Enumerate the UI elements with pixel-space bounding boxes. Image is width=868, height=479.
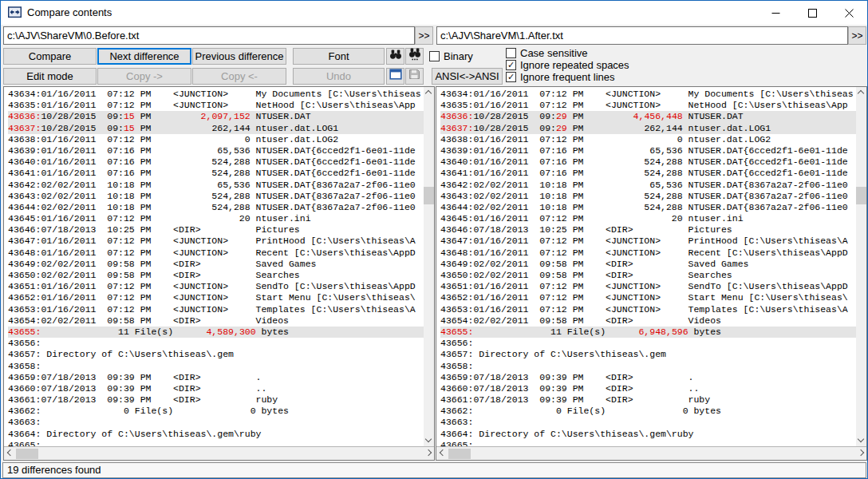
find-icon — [389, 49, 402, 64]
ignore-repeated-spaces-checkbox-label: Ignore repeated spaces — [520, 59, 629, 71]
file-line: 43658: — [440, 361, 856, 372]
ignore-frequent-lines-checkbox-label: Ignore frequent lines — [520, 71, 615, 83]
previous-difference-button[interactable]: Previous difference — [192, 48, 286, 65]
file-line: 43634:01/16/2011 07:12 PM <JUNCTION> My … — [440, 89, 856, 100]
file-line: 43641:01/16/2011 07:16 PM 524,288 NTUSER… — [8, 168, 424, 179]
left-hscroll-thumb[interactable] — [16, 449, 38, 459]
file-line: 43652:01/16/2011 07:12 PM <JUNCTION> Sta… — [440, 292, 856, 303]
edit-mode-button[interactable]: Edit mode — [3, 68, 97, 85]
file-line: 43643:02/02/2011 10:18 PM 524,288 NTUSER… — [8, 191, 424, 202]
split-view-button[interactable] — [386, 68, 404, 85]
file-line: 43651:01/16/2011 07:12 PM <JUNCTION> Sen… — [440, 281, 856, 292]
case-sensitive-checkbox-label: Case sensitive — [520, 47, 588, 59]
file-line: 43657: Directory of C:\Users\thiseas\.ge… — [8, 349, 424, 360]
right-hscroll-thumb[interactable] — [448, 449, 471, 459]
scroll-left-icon[interactable] — [440, 449, 446, 456]
font-button[interactable]: Font — [293, 48, 385, 65]
file-line: 43656: — [440, 338, 856, 349]
compare-contents-window: Compare contents c:\AJV\ShareVM\0.Before… — [0, 0, 868, 479]
file-line: 43654:02/02/2011 09:58 PM <DIR> Videos — [8, 315, 424, 327]
file-line: 43638:01/16/2011 07:12 PM 0 ntuser.dat.L… — [8, 134, 424, 145]
ansi-conversion-button[interactable]: ANSI<->ANSI — [432, 68, 503, 85]
file-line: 43637:10/28/2015 09:29 PM 262,144 ntuser… — [440, 123, 856, 134]
file-line: 43638:01/16/2011 07:12 PM 0 ntuser.dat.L… — [440, 134, 856, 145]
left-horizontal-scrollbar[interactable] — [4, 446, 434, 460]
right-horizontal-scrollbar[interactable] — [436, 446, 866, 460]
compare-button[interactable]: Compare — [3, 48, 97, 65]
find-next-button[interactable] — [405, 48, 424, 65]
minimize-button[interactable] — [757, 1, 794, 25]
file-line: 43657: Directory of C:\Users\thiseas\.ge… — [440, 349, 856, 360]
file-line: 43640:01/16/2011 07:16 PM 524,288 NTUSER… — [8, 156, 424, 168]
file-line: 43649:02/02/2011 09:58 PM <DIR> Saved Ga… — [440, 259, 856, 270]
scroll-down-icon[interactable] — [858, 436, 864, 442]
file-line: 43658: — [8, 361, 424, 372]
right-compare-pane[interactable]: 43634:01/16/2011 07:12 PM <JUNCTION> My … — [436, 86, 867, 461]
file-line: 43636:10/28/2015 09:15 PM 2,097,152 NTUS… — [8, 111, 424, 122]
scroll-right-icon[interactable] — [425, 449, 432, 456]
left-vscroll-thumb[interactable] — [424, 187, 434, 204]
file-line: 43642:02/02/2011 10:18 PM 65,536 NTUSER.… — [440, 180, 856, 191]
scroll-down-icon[interactable] — [425, 436, 432, 442]
binary-checkbox[interactable]: Binary — [429, 50, 473, 62]
right-vscroll-thumb[interactable] — [856, 187, 866, 204]
left-file-content: 43634:01/16/2011 07:12 PM <JUNCTION> My … — [4, 87, 424, 446]
file-line: 43652:01/16/2011 07:12 PM <JUNCTION> Sta… — [8, 292, 424, 303]
right-path-expand-button[interactable]: >> — [848, 26, 866, 45]
find-button[interactable] — [386, 48, 404, 65]
case-sensitive-checkbox-box[interactable] — [506, 48, 516, 58]
right-vertical-scrollbar[interactable] — [856, 87, 866, 446]
scroll-up-icon[interactable] — [425, 90, 432, 97]
binary-checkbox-box[interactable] — [429, 51, 440, 61]
save-button[interactable] — [405, 68, 424, 85]
left-path-expand-button[interactable]: >> — [415, 26, 433, 45]
right-path-input[interactable]: c:\AJV\ShareVM\1.After.txt — [436, 26, 848, 45]
file-line: 43660:07/18/2013 09:39 PM <DIR> .. — [8, 383, 424, 394]
file-line: 43663: — [440, 417, 856, 428]
split-view-icon — [389, 69, 402, 84]
case-sensitive-checkbox[interactable]: Case sensitive — [506, 47, 588, 59]
file-line: 43647:01/16/2011 07:12 PM <JUNCTION> Pri… — [440, 236, 856, 247]
left-path-input[interactable]: c:\AJV\ShareVM\0.Before.txt — [3, 26, 415, 45]
status-text: 19 differences found — [7, 464, 101, 476]
scroll-up-icon[interactable] — [858, 90, 864, 97]
undo-button[interactable]: Undo — [293, 68, 385, 85]
right-file-content: 43634:01/16/2011 07:12 PM <JUNCTION> My … — [436, 87, 856, 446]
file-line: 43648:01/16/2011 07:12 PM <JUNCTION> Rec… — [440, 247, 856, 259]
ignore-repeated-spaces-checkbox[interactable]: ✓ Ignore repeated spaces — [506, 59, 629, 71]
close-button[interactable] — [831, 1, 867, 25]
file-line: 43660:07/18/2013 09:39 PM <DIR> .. — [440, 383, 856, 394]
file-line: 43643:02/02/2011 10:18 PM 524,288 NTUSER… — [440, 191, 856, 202]
file-line: 43640:01/16/2011 07:16 PM 524,288 NTUSER… — [440, 156, 856, 168]
file-line: 43634:01/16/2011 07:12 PM <JUNCTION> My … — [8, 89, 424, 100]
maximize-button[interactable] — [794, 1, 831, 25]
file-line: 43659:07/18/2013 09:39 PM <DIR> . — [8, 372, 424, 383]
titlebar[interactable]: Compare contents — [1, 1, 867, 25]
next-difference-button[interactable]: Next difference — [97, 48, 191, 65]
file-line: 43650:02/02/2011 09:58 PM <DIR> Searches — [440, 270, 856, 281]
ignore-frequent-lines-checkbox-box[interactable]: ✓ — [506, 72, 516, 82]
left-vertical-scrollbar[interactable] — [424, 87, 434, 446]
binary-checkbox-label: Binary — [444, 50, 473, 62]
scroll-left-icon[interactable] — [7, 449, 14, 456]
compare-icon — [8, 6, 22, 18]
file-line: 43645:01/16/2011 07:12 PM 20 ntuser.ini — [440, 213, 856, 224]
file-line: 43639:01/16/2011 07:16 PM 65,536 NTUSER.… — [440, 145, 856, 156]
save-icon — [408, 69, 420, 84]
left-compare-pane[interactable]: 43634:01/16/2011 07:12 PM <JUNCTION> My … — [3, 86, 435, 461]
file-line: 43663: — [8, 417, 424, 428]
file-line: 43661:07/18/2013 09:39 PM <DIR> ruby — [8, 394, 424, 406]
ignore-frequent-lines-checkbox[interactable]: ✓ Ignore frequent lines — [506, 71, 615, 83]
copy-left-button[interactable]: Copy <- — [192, 68, 286, 85]
file-line: 43664: Directory of C:\Users\thiseas\.ge… — [8, 429, 424, 440]
file-line: 43661:07/18/2013 09:39 PM <DIR> ruby — [440, 394, 856, 406]
file-line: 43665: — [8, 440, 424, 446]
file-line: 43647:01/16/2011 07:12 PM <JUNCTION> Pri… — [8, 236, 424, 247]
scroll-right-icon[interactable] — [858, 449, 864, 456]
file-line: 43662: 0 File(s) 0 bytes — [440, 406, 856, 417]
file-line: 43653:01/16/2011 07:12 PM <JUNCTION> Tem… — [8, 304, 424, 315]
copy-right-button[interactable]: Copy -> — [97, 68, 191, 85]
ignore-repeated-spaces-checkbox-box[interactable]: ✓ — [506, 60, 516, 70]
file-line: 43664: Directory of C:\Users\thiseas\.ge… — [440, 429, 856, 440]
file-line: 43665: — [440, 440, 856, 446]
